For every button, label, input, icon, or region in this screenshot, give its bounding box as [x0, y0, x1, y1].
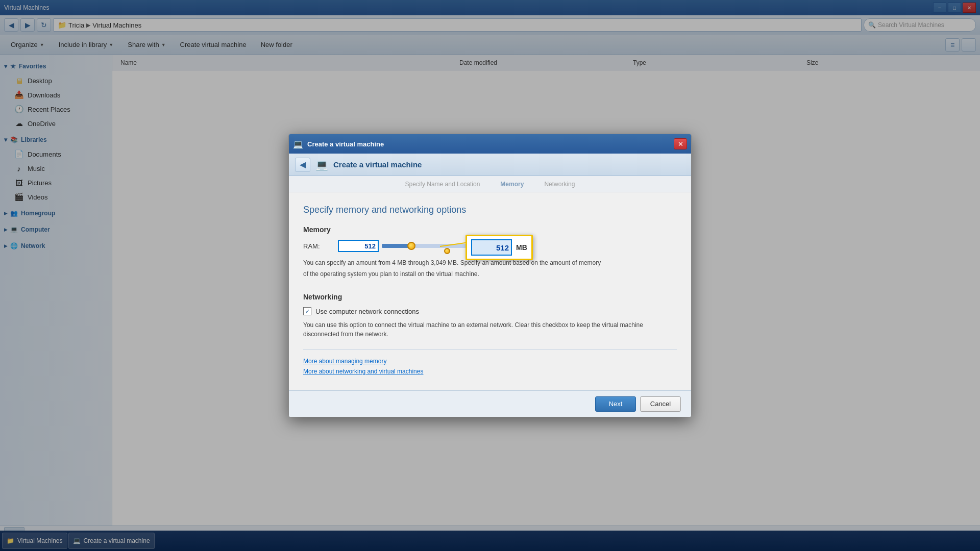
- dialog-titlebar: 💻 Create a virtual machine ✕: [289, 134, 691, 154]
- connector-dot: [444, 248, 450, 254]
- wizard-step-2: Memory: [500, 181, 524, 188]
- network-checkbox[interactable]: ✓: [303, 307, 311, 315]
- links-section: More about managing memory More about ne…: [303, 349, 677, 375]
- memory-section-label: Memory: [303, 226, 677, 234]
- cancel-button[interactable]: Cancel: [640, 396, 681, 412]
- ram-slider-thumb[interactable]: [407, 242, 415, 250]
- networking-section-label: Networking: [303, 293, 677, 301]
- wizard-step-1: Specify Name and Location: [405, 181, 480, 188]
- ram-row: RAM: MB MB: [303, 240, 677, 252]
- dialog-nav-title: Create a virtual machine: [333, 160, 422, 169]
- ram-tooltip-unit: MB: [516, 243, 527, 252]
- dialog-close-button[interactable]: ✕: [674, 138, 687, 149]
- networking-section: Networking ✓ Use computer network connec…: [303, 293, 677, 339]
- dialog-title-icon: 💻: [293, 139, 303, 149]
- dialog-content: Specify memory and networking options Me…: [289, 192, 691, 390]
- ram-slider-fill: [382, 244, 409, 248]
- dialog-back-icon: ◀: [300, 160, 306, 169]
- dialog-footer: Next Cancel: [289, 390, 691, 417]
- memory-section: Memory RAM: MB: [303, 226, 677, 279]
- create-vm-dialog: 💻 Create a virtual machine ✕ ◀ 💻 Create …: [288, 134, 692, 417]
- dialog-nav: ◀ 💻 Create a virtual machine: [289, 154, 691, 176]
- wizard-step-3: Networking: [544, 181, 575, 188]
- networking-link[interactable]: More about networking and virtual machin…: [303, 368, 677, 375]
- dialog-overlay: 💻 Create a virtual machine ✕ ◀ 💻 Create …: [0, 0, 980, 551]
- ram-tooltip: MB: [465, 235, 533, 260]
- ram-tooltip-input[interactable]: [471, 239, 512, 256]
- ram-input[interactable]: [338, 240, 379, 252]
- dialog-nav-icon: 💻: [315, 159, 328, 171]
- dialog-section-title: Specify memory and networking options: [303, 205, 677, 215]
- ram-label: RAM:: [303, 242, 334, 250]
- memory-description2: of the operating system you plan to inst…: [303, 269, 677, 279]
- wizard-steps: Specify Name and Location Memory Network…: [289, 176, 691, 192]
- network-checkbox-label: Use computer network connections: [315, 308, 419, 315]
- network-description: You can use this option to connect the v…: [303, 320, 677, 339]
- ram-slider[interactable]: [382, 244, 474, 248]
- checkbox-row: ✓ Use computer network connections: [303, 307, 677, 315]
- dialog-back-button[interactable]: ◀: [295, 158, 310, 172]
- next-button[interactable]: Next: [595, 396, 636, 412]
- dialog-title-text: Create a virtual machine: [307, 140, 670, 148]
- memory-link[interactable]: More about managing memory: [303, 358, 677, 365]
